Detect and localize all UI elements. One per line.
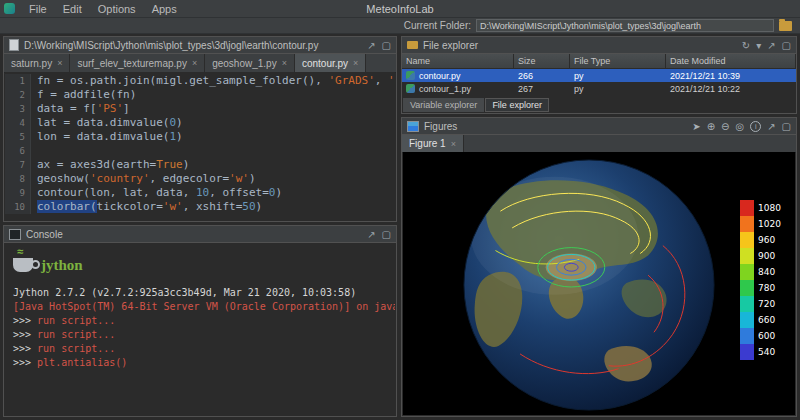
tab-file-explorer[interactable]: File explorer [485,98,550,112]
globe-graphic [461,157,717,413]
editor-tab[interactable]: surf_elev_texturemap.py× [70,54,205,72]
code-line: 7ax = axes3d(earth=True) [5,158,395,172]
console-text: run script... [31,329,115,340]
code-line: 3data = f['PS'] [5,102,395,116]
code-text: fn = os.path.join(migl.get_sample_folder… [31,74,395,88]
colorbar-swatch [740,296,754,312]
file-name-cell: contour.py [402,71,514,81]
code-text: contour(lon, lat, data, 10, offset=0) [31,186,282,200]
code-area[interactable]: 1fn = os.path.join(migl.get_sample_folde… [5,72,395,220]
colorbar-label: 540 [754,347,775,357]
console-title: Console [26,229,63,240]
code-line: 5lon = data.dimvalue(1) [5,130,395,144]
maximize-icon[interactable]: ▢ [382,40,391,51]
table-row[interactable]: contour_1.py267py2021/12/21 10:22 [402,82,796,95]
editor-title-bar: D:\Working\MIScript\Jython\mis\plot_type… [4,37,396,54]
console-line: >>> run script... [13,342,387,356]
collapse-icon[interactable]: ▾ [756,40,761,51]
float-icon[interactable]: ↗ [367,229,375,240]
colorbar-entry: 540 [740,344,781,360]
editor-panel: D:\Working\MIScript\Jython\mis\plot_type… [3,36,397,222]
menu-file[interactable]: File [21,3,55,15]
zoom-out-icon[interactable]: ⊖ [721,121,729,132]
column-header-date-modified[interactable]: Date Modified [666,54,796,68]
console-text: run script... [31,343,115,354]
line-number: 2 [5,88,31,102]
maximize-icon[interactable]: ▢ [382,229,391,240]
jython-cup-icon [13,258,33,272]
line-number: 8 [5,172,31,186]
code-text [31,144,37,158]
code-text: f = addfile(fn) [31,88,136,102]
file-explorer-title: File explorer [423,40,478,51]
editor-path: D:\Working\MIScript\Jython\mis\plot_type… [24,40,318,51]
tab-variable-explorer[interactable]: Variable explorer [403,98,485,112]
console-line: >>> run script... [13,314,387,328]
code-line: 10colorbar(tickcolor='w', xshift=50) [5,200,395,214]
zoom-in-icon[interactable]: ⊕ [707,121,715,132]
folder-icon [407,41,418,49]
colorbar-label: 900 [754,251,775,261]
close-icon[interactable]: × [353,58,358,68]
column-header-name[interactable]: Name [402,54,514,68]
code-text: data = f['PS'] [31,102,130,116]
code-text: colorbar(tickcolor='w', xshift=50) [31,200,262,214]
current-folder-input[interactable] [476,19,774,32]
maximize-icon[interactable]: ▢ [782,40,791,51]
line-number: 4 [5,116,31,130]
editor-tab[interactable]: geoshow_1.py× [205,54,295,72]
table-row[interactable]: contour.py266py2021/12/21 10:39 [402,69,796,82]
line-number: 7 [5,158,31,172]
editor-tab[interactable]: contour.py× [295,54,366,72]
close-icon[interactable]: × [57,58,62,68]
float-icon[interactable]: ↗ [767,121,775,132]
folder-browse-icon[interactable] [779,21,792,31]
file-icon [9,39,19,51]
info-icon[interactable]: i [750,121,761,132]
file-name: contour_1.py [419,84,471,94]
file-size-cell: 267 [514,84,570,94]
console-line: Jython 2.7.2 (v2.7.2:925a3cc3b49d, Mar 2… [13,286,387,300]
console-icon [9,229,21,240]
float-icon[interactable]: ↗ [767,40,775,51]
column-header-size[interactable]: Size [514,54,570,68]
file-rows: contour.py266py2021/12/21 10:39contour_1… [402,69,796,95]
console-line: [Java HotSpot(TM) 64-Bit Server VM (Orac… [13,300,387,314]
colorbar-swatch [740,280,754,296]
code-text: lat = data.dimvalue(0) [31,116,183,130]
tab-label: geoshow_1.py [212,58,277,69]
tab-label: surf_elev_texturemap.py [77,58,187,69]
close-icon[interactable]: × [451,139,456,149]
colorbar-entry: 720 [740,296,781,312]
menu-apps[interactable]: Apps [144,3,185,15]
line-number: 6 [5,144,31,158]
figure-tab[interactable]: Figure 1 × [402,135,464,152]
jython-logo: jython [13,248,387,282]
colorbar-entry: 840 [740,264,781,280]
file-name: contour.py [419,71,461,81]
figure-canvas[interactable]: 10801020960900840780720660600540 [403,152,795,415]
close-icon[interactable]: × [192,58,197,68]
column-header-file-type[interactable]: File Type [570,54,666,68]
menu-edit[interactable]: Edit [55,3,90,15]
float-icon[interactable]: ↗ [367,40,375,51]
refresh-icon[interactable]: ↻ [742,40,750,51]
maximize-icon[interactable]: ▢ [782,121,791,132]
colorbar: 10801020960900840780720660600540 [740,200,781,360]
console-line: >>> plt.antialias() [13,356,387,370]
console-lines: Jython 2.7.2 (v2.7.2:925a3cc3b49d, Mar 2… [13,286,387,370]
cursor-icon[interactable]: ➤ [692,121,700,132]
menu-options[interactable]: Options [90,3,144,15]
line-number: 3 [5,102,31,116]
full-extent-icon[interactable]: ◎ [735,121,744,132]
console-area[interactable]: jython Jython 2.7.2 (v2.7.2:925a3cc3b49d… [5,243,395,415]
colorbar-label: 840 [754,267,775,277]
editor-tab[interactable]: saturn.py× [4,54,70,72]
close-icon[interactable]: × [282,58,287,68]
menu-bar: FileEditOptionsApps MeteoInfoLab [0,0,800,18]
colorbar-label: 720 [754,299,775,309]
file-date-cell: 2021/12/21 10:22 [666,84,796,94]
colorbar-label: 960 [754,235,775,245]
file-size-cell: 266 [514,71,570,81]
figures-panel: Figures ➤ ⊕ ⊖ ◎ i ↗ ▢ Figure 1 × [401,117,797,417]
